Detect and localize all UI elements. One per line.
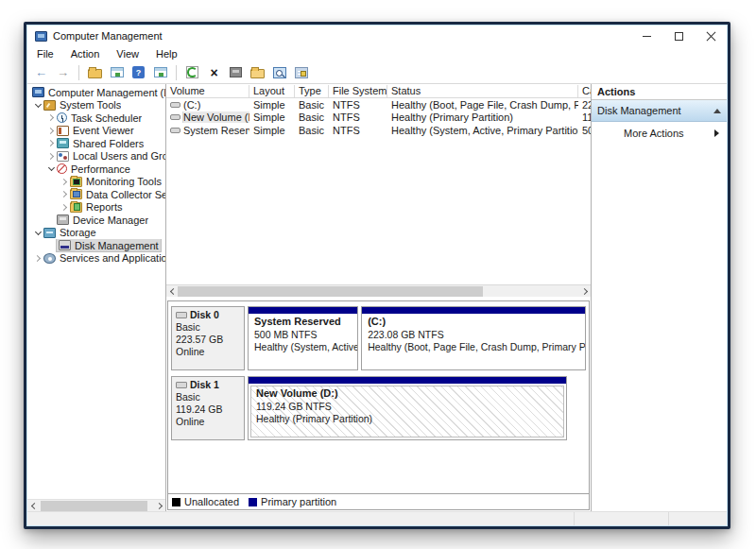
- more-actions-item[interactable]: More Actions: [592, 122, 727, 144]
- column-header-layout[interactable]: Layout: [249, 85, 295, 97]
- partition-c[interactable]: (C:) 223.08 GB NTFS Healthy (Boot, Page …: [361, 306, 586, 370]
- scroll-left-arrow[interactable]: [166, 285, 178, 298]
- column-header-type[interactable]: Type: [295, 85, 329, 97]
- chevron-right-icon[interactable]: [45, 115, 57, 120]
- close-button[interactable]: [695, 26, 727, 46]
- delete-icon[interactable]: ×: [206, 64, 222, 80]
- collapse-arrow-icon[interactable]: [713, 109, 721, 113]
- console-window-icon[interactable]: [109, 64, 125, 80]
- console-tree: Computer Management (Local System Tools …: [27, 84, 165, 499]
- chevron-right-icon[interactable]: [45, 129, 57, 133]
- chevron-down-icon[interactable]: [45, 165, 57, 172]
- window-title: Computer Management: [53, 30, 163, 42]
- menu-action[interactable]: Action: [71, 48, 100, 60]
- tree-item-task-scheduler[interactable]: Task Scheduler: [27, 112, 165, 125]
- back-icon[interactable]: ←: [33, 64, 49, 80]
- main-area: Computer Management (Local System Tools …: [27, 84, 727, 511]
- chevron-right-icon[interactable]: [59, 192, 70, 197]
- chevron-right-icon[interactable]: [32, 256, 43, 261]
- tree-item-performance[interactable]: Performance: [27, 163, 165, 176]
- volume-row-system-reserved[interactable]: System Reserved Simple Basic NTFS Health…: [166, 124, 591, 137]
- tree-item-storage[interactable]: Storage: [27, 227, 165, 240]
- export-list-icon[interactable]: [293, 64, 309, 80]
- up-folder-icon[interactable]: [87, 64, 103, 80]
- actions-pane: Actions Disk Management More Actions: [592, 84, 727, 511]
- refresh-icon[interactable]: [184, 64, 200, 80]
- volume-row-c[interactable]: (C:) Simple Basic NTFS Healthy (Boot, Pa…: [166, 98, 591, 112]
- partition-d[interactable]: New Volume (D:) 119.24 GB NTFS Healthy (…: [248, 376, 567, 440]
- column-header-capacity[interactable]: Ca: [578, 85, 591, 97]
- more-actions-label: More Actions: [624, 128, 684, 139]
- tree-item-shared-folders[interactable]: Shared Folders: [27, 137, 165, 150]
- disk-1-row: Disk 1 Basic 119.24 GB Online New Volume…: [171, 376, 586, 440]
- disk-1-info[interactable]: Disk 1 Basic 119.24 GB Online: [171, 376, 245, 440]
- storage-icon: [43, 228, 56, 238]
- forward-icon[interactable]: →: [55, 64, 71, 80]
- chevron-right-icon[interactable]: [45, 154, 57, 159]
- chevron-right-icon[interactable]: [59, 205, 70, 210]
- device-manager-icon: [57, 214, 69, 225]
- volume-capacity: 50: [578, 125, 591, 136]
- disk-state: Online: [176, 416, 240, 428]
- volume-status: Healthy (Boot, Page File, Crash Dump, Pr…: [387, 99, 578, 111]
- column-header-volume[interactable]: Volume: [166, 85, 249, 97]
- minimize-button[interactable]: [630, 26, 662, 46]
- partition-system-reserved[interactable]: System Reserved 500 MB NTFS Healthy (Sys…: [248, 306, 358, 370]
- volume-list: Volume Layout Type File System Status Ca…: [166, 84, 591, 284]
- tree-item-event-viewer[interactable]: Event Viewer: [27, 125, 165, 138]
- partition-title: New Volume (D:): [256, 387, 558, 401]
- scroll-right-arrow[interactable]: [579, 285, 591, 298]
- column-header-file-system[interactable]: File System: [329, 85, 387, 97]
- menu-file[interactable]: File: [37, 48, 54, 60]
- title-bar[interactable]: Computer Management: [27, 26, 727, 46]
- tree-item-reports[interactable]: Reports: [27, 201, 165, 214]
- drive-icon: [170, 128, 180, 133]
- scrollbar-track[interactable]: [178, 285, 579, 298]
- tree-item-system-tools[interactable]: System Tools: [27, 99, 165, 112]
- tree-item-disk-management[interactable]: Disk Management: [27, 239, 165, 252]
- status-cell: [574, 512, 668, 525]
- tree-item-services-and-applications[interactable]: Services and Applications: [27, 252, 165, 266]
- scrollbar-thumb[interactable]: [41, 501, 146, 511]
- partition-detail: 223.08 GB NTFS: [368, 329, 579, 342]
- tree-horizontal-scrollbar[interactable]: [27, 499, 165, 511]
- drive-icon: [170, 114, 180, 120]
- open-folder-icon[interactable]: [249, 64, 266, 80]
- tree-item-label: Device Manager: [73, 214, 148, 226]
- tree-item-data-collector-sets[interactable]: Data Collector Sets: [27, 188, 165, 201]
- volume-type: Basic: [295, 112, 329, 123]
- scrollbar-track[interactable]: [39, 500, 154, 512]
- actions-disk-management-group[interactable]: Disk Management: [592, 100, 727, 122]
- tree-item-label: Disk Management: [75, 240, 159, 251]
- tree-item-computer-management[interactable]: Computer Management (Local: [27, 86, 165, 99]
- volume-list-horizontal-scrollbar[interactable]: [166, 284, 591, 297]
- chevron-right-icon[interactable]: [45, 141, 57, 146]
- legend-primary-partition: Primary partition: [249, 496, 336, 507]
- chevron-down-icon[interactable]: [32, 102, 43, 109]
- search-icon[interactable]: [271, 64, 287, 80]
- chevron-down-icon[interactable]: [32, 230, 43, 236]
- menu-view[interactable]: View: [116, 48, 139, 60]
- tree-item-monitoring-tools[interactable]: Monitoring Tools: [27, 176, 165, 189]
- volume-row-d[interactable]: New Volume (D:) Simple Basic NTFS Health…: [166, 112, 591, 125]
- scroll-right-arrow[interactable]: [154, 500, 165, 512]
- disk-0-info[interactable]: Disk 0 Basic 223.57 GB Online: [171, 306, 245, 370]
- maximize-button[interactable]: [662, 26, 695, 46]
- volume-name: (C:): [183, 99, 200, 111]
- console-window-icon[interactable]: [152, 64, 168, 80]
- tree-item-local-users-and-groups[interactable]: Local Users and Groups: [27, 150, 165, 163]
- disk-list: Disk 0 Basic 223.57 GB Online System Res…: [168, 301, 589, 493]
- disk-type: Basic: [176, 321, 240, 334]
- tree-item-device-manager[interactable]: Device Manager: [27, 214, 165, 227]
- scroll-left-arrow[interactable]: [27, 500, 39, 512]
- column-header-status[interactable]: Status: [387, 85, 578, 97]
- chevron-right-icon[interactable]: [59, 180, 70, 184]
- partition-title: (C:): [368, 316, 579, 329]
- scrollbar-thumb[interactable]: [178, 286, 483, 297]
- disk-name: Disk 1: [190, 379, 219, 391]
- help-icon[interactable]: ?: [130, 64, 146, 80]
- volume-capacity: 11: [578, 112, 591, 123]
- performance-icon: [57, 163, 67, 174]
- menu-help[interactable]: Help: [156, 48, 178, 60]
- properties-icon[interactable]: [228, 64, 244, 80]
